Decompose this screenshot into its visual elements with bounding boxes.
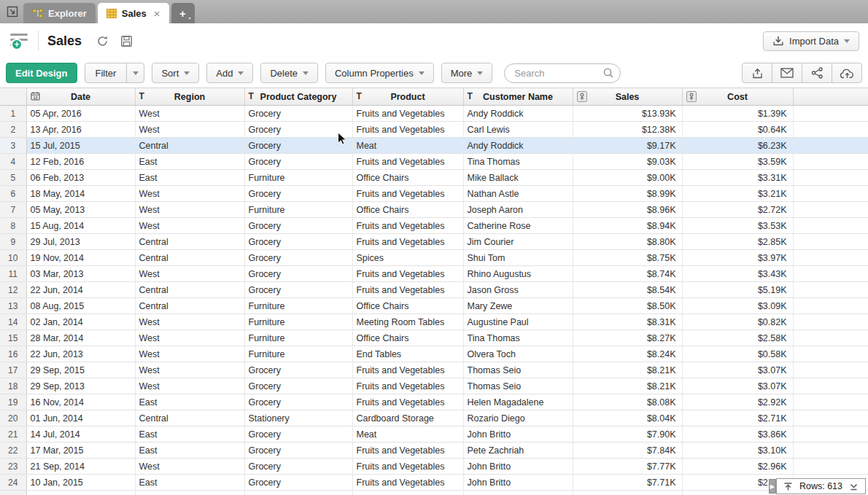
cell-date[interactable]: 29 Sep, 2013: [26, 378, 135, 394]
cell-product[interactable]: Fruits and Vegetables: [352, 218, 463, 234]
cell-date[interactable]: 12 Feb, 2016: [26, 154, 135, 170]
row-number-header[interactable]: [0, 88, 26, 106]
cell-cost[interactable]: $3.21K: [682, 186, 793, 202]
cell-sales[interactable]: $8.31K: [573, 314, 682, 330]
cell-product-category[interactable]: Grocery: [244, 154, 352, 170]
cell-product[interactable]: Fruits and Vegetables: [352, 443, 463, 459]
cell-product[interactable]: Fruits and Vegetables: [352, 106, 463, 122]
cell-product-category[interactable]: Stationery: [244, 410, 352, 426]
cell-product[interactable]: Fruits and Vegetables: [352, 122, 463, 138]
close-icon[interactable]: ×: [154, 8, 160, 19]
cell-product[interactable]: Meeting Room Tables: [352, 314, 463, 330]
cell-sales[interactable]: $8.50K: [573, 298, 682, 314]
row-number[interactable]: 25: [0, 491, 26, 495]
table-row[interactable]: 213 Apr, 2016WestGroceryFruits and Veget…: [0, 122, 868, 138]
table-row[interactable]: 1402 Jan, 2014WestFurnitureMeeting Room …: [0, 314, 868, 330]
row-number[interactable]: 22: [0, 443, 26, 459]
table-row[interactable]: 412 Feb, 2016EastGroceryFruits and Veget…: [0, 154, 868, 170]
cell-cost[interactable]: $3.07K: [682, 378, 793, 394]
cell-cost[interactable]: $2.92K: [682, 394, 793, 410]
row-number[interactable]: 3: [0, 138, 26, 154]
tab-sales[interactable]: Sales ×: [98, 3, 169, 23]
cell-customer-name[interactable]: Helen Magadalene: [463, 491, 573, 495]
cell-customer-name[interactable]: Andy Roddick: [463, 106, 573, 122]
cell-product-category[interactable]: Furniture: [244, 330, 352, 346]
row-number[interactable]: 19: [0, 394, 26, 410]
cell-product-category[interactable]: Furniture: [244, 314, 352, 330]
cell-sales[interactable]: $8.04K: [573, 410, 682, 426]
cell-date[interactable]: 22 Jun, 2013: [26, 346, 135, 362]
cell-product-category[interactable]: Furniture: [244, 346, 352, 362]
pop-out-icon[interactable]: [4, 4, 20, 20]
cell-product-category[interactable]: Grocery: [244, 443, 352, 459]
cell-product[interactable]: Office Chairs: [352, 170, 463, 186]
row-number[interactable]: 7: [0, 202, 26, 218]
cell-date[interactable]: 18 May, 2014: [26, 186, 135, 202]
cell-product-category[interactable]: Grocery: [244, 250, 352, 266]
share-button[interactable]: [802, 63, 832, 83]
row-number[interactable]: 11: [0, 266, 26, 282]
cell-date[interactable]: 28 Mar, 2014: [26, 330, 135, 346]
cell-product[interactable]: Fruits and Vegetables: [352, 378, 463, 394]
table-row[interactable]: 929 Jul, 2013CentralGroceryFruits and Ve…: [0, 234, 868, 250]
cell-cost[interactable]: $3.07K: [682, 362, 793, 378]
cell-customer-name[interactable]: Augustine Paul: [463, 314, 573, 330]
cell-product-category[interactable]: Grocery: [244, 362, 352, 378]
cell-region[interactable]: East: [135, 154, 244, 170]
cell-customer-name[interactable]: John Britto: [463, 426, 573, 443]
cell-cost[interactable]: $3.43K: [682, 266, 793, 282]
cell-region[interactable]: East: [135, 426, 244, 443]
cell-sales[interactable]: $8.08K: [573, 394, 682, 410]
row-number[interactable]: 5: [0, 170, 26, 186]
column-header-product-category[interactable]: TProduct Category: [244, 88, 352, 106]
cell-date[interactable]: 16 Nov, 2014: [26, 394, 135, 410]
cell-date[interactable]: 15 Aug, 2014: [26, 218, 135, 234]
cell-product[interactable]: Fruits and Vegetables: [352, 234, 463, 250]
row-number[interactable]: 9: [0, 234, 26, 250]
cell-region[interactable]: Central: [135, 234, 244, 250]
cell-cost[interactable]: $3.31K: [682, 170, 793, 186]
table-row[interactable]: 1829 Sep, 2013WestGroceryFruits and Vege…: [0, 378, 868, 394]
row-number[interactable]: 12: [0, 282, 26, 298]
cell-product[interactable]: Fruits and Vegetables: [352, 362, 463, 378]
cell-sales[interactable]: $7.84K: [573, 443, 682, 459]
cloud-upload-button[interactable]: [832, 63, 862, 83]
table-row[interactable]: 1308 Aug, 2015CentralFurnitureOffice Cha…: [0, 298, 868, 314]
table-row[interactable]: 1528 Mar, 2014WestFurnitureOffice Chairs…: [0, 330, 868, 346]
cell-customer-name[interactable]: Mike Ballack: [463, 170, 573, 186]
cell-customer-name[interactable]: Thomas Seio: [463, 378, 573, 394]
cell-cost[interactable]: $0.82K: [682, 314, 793, 330]
table-row[interactable]: 1019 Nov, 2014CentralGrocerySpicesShui T…: [0, 250, 868, 266]
cell-customer-name[interactable]: Jason Gross: [463, 282, 573, 298]
cell-product[interactable]: Fruits and Vegetables: [352, 394, 463, 410]
table-row[interactable]: 1222 Jun, 2014CentralGroceryFruits and V…: [0, 282, 868, 298]
cell-date[interactable]: 03 Mar, 2013: [26, 266, 135, 282]
cell-date[interactable]: 19 Sep, 2014: [26, 491, 135, 495]
cell-region[interactable]: Central: [135, 298, 244, 314]
table-row[interactable]: 705 May, 2013WestFurnitureOffice ChairsJ…: [0, 202, 868, 218]
cell-region[interactable]: East: [135, 475, 244, 491]
cell-customer-name[interactable]: Tina Thomas: [463, 330, 573, 346]
cell-product-category[interactable]: Grocery: [244, 426, 352, 443]
cell-sales[interactable]: $8.75K: [573, 250, 682, 266]
cell-customer-name[interactable]: Joseph Aaron: [463, 202, 573, 218]
table-row[interactable]: 618 May, 2014WestGroceryFruits and Veget…: [0, 186, 868, 202]
row-number[interactable]: 13: [0, 298, 26, 314]
export-button[interactable]: [742, 63, 772, 83]
table-row[interactable]: 105 Apr, 2016WestGroceryFruits and Veget…: [0, 106, 868, 122]
cell-customer-name[interactable]: John Britto: [463, 475, 573, 491]
cell-sales[interactable]: $8.54K: [573, 282, 682, 298]
cell-date[interactable]: 01 Jun, 2014: [26, 410, 135, 426]
cell-customer-name[interactable]: Andy Roddick: [463, 138, 573, 154]
cell-sales[interactable]: $8.21K: [573, 362, 682, 378]
cell-date[interactable]: 29 Jul, 2013: [26, 234, 135, 250]
cell-product[interactable]: Meat: [352, 426, 463, 443]
cell-product[interactable]: Fruits and Vegetables: [352, 491, 463, 495]
cell-cost[interactable]: $3.53K: [682, 218, 793, 234]
cell-region[interactable]: East: [135, 170, 244, 186]
cell-product-category[interactable]: Grocery: [244, 186, 352, 202]
cell-sales[interactable]: $7.90K: [573, 426, 682, 443]
cell-region[interactable]: Central: [135, 282, 244, 298]
import-data-button[interactable]: Import Data: [763, 31, 859, 51]
cell-sales[interactable]: $8.74K: [573, 266, 682, 282]
